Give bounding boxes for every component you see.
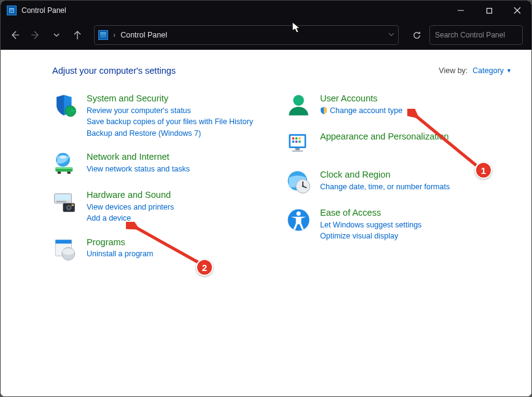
category-programs: Programs Uninstall a program [52,237,261,262]
page-title: Adjust your computer's settings [52,66,176,76]
address-path: Control Panel [120,31,167,39]
category-appearance-personalization: Appearance and Personalization [286,131,488,157]
category-title[interactable]: Clock and Region [320,169,450,181]
svg-rect-36 [292,141,295,143]
chevron-down-icon: ▼ [506,68,512,74]
svg-rect-16 [68,171,71,174]
content-area: Adjust your computer's settings View by:… [1,50,531,396]
category-network-internet: Network and Internet View network status… [52,151,261,177]
svg-rect-25 [55,240,71,243]
window-title: Control Panel [22,6,66,15]
programs-icon [52,237,78,262]
search-input[interactable] [435,31,527,39]
svg-rect-32 [292,151,303,152]
category-hardware-sound: Hardware and Sound View devices and prin… [52,189,261,224]
chevron-right-icon: › [113,31,115,39]
svg-rect-33 [292,138,295,140]
svg-point-27 [63,248,74,255]
category-link[interactable]: View network status and tasks [87,164,190,175]
view-by-value: Category [472,66,504,75]
svg-point-28 [293,95,304,106]
category-link[interactable]: Change account type [320,106,402,117]
network-internet-icon [52,151,78,177]
minimize-button[interactable] [447,1,475,20]
category-title[interactable]: User Accounts [320,93,402,105]
up-button[interactable] [68,26,87,44]
window: Control Panel › Control Panel Adjust you… [0,0,532,397]
view-by-label: View by: [439,66,467,75]
category-link[interactable]: Backup and Restore (Windows 7) [87,128,253,140]
address-bar[interactable]: › Control Panel [94,25,399,45]
category-link[interactable]: Add a device [87,213,174,224]
svg-rect-34 [295,138,298,140]
category-link[interactable]: Review your computer's status [87,106,253,117]
user-accounts-icon [286,93,311,119]
category-link[interactable]: Save backup copies of your files with Fi… [87,117,253,128]
navbar: › Control Panel [1,20,531,50]
clock-region-icon [286,169,311,195]
category-title[interactable]: Appearance and Personalization [320,131,449,143]
svg-rect-37 [295,141,298,143]
category-clock-region: Clock and Region Change date, time, or n… [286,169,488,195]
control-panel-icon [7,6,17,15]
appearance-personalization-icon [286,131,311,157]
svg-point-22 [68,206,70,209]
search-box[interactable] [429,25,523,45]
svg-rect-1 [487,8,491,13]
maximize-button[interactable] [475,1,503,20]
category-link[interactable]: Change date, time, or number formats [320,182,450,193]
category-ease-of-access: Ease of Access Let Windows suggest setti… [286,207,488,242]
category-link[interactable]: Let Windows suggest settings [320,220,421,231]
svg-rect-38 [299,141,301,143]
forward-button[interactable] [26,26,45,44]
view-by-dropdown[interactable]: Category ▼ [472,66,512,75]
category-link[interactable]: View devices and printers [87,202,174,213]
svg-point-43 [302,186,304,187]
svg-rect-31 [295,148,300,151]
svg-rect-14 [55,167,72,169]
svg-point-12 [60,155,66,159]
ease-of-access-icon [286,207,311,233]
categories-left-column: System and Security Review your computer… [52,93,261,262]
category-system-security: System and Security Review your computer… [52,93,261,139]
titlebar: Control Panel [1,1,531,20]
system-security-icon [52,93,78,119]
chevron-down-icon[interactable] [388,31,394,39]
category-title[interactable]: Hardware and Sound [87,189,174,202]
svg-rect-23 [72,205,74,206]
category-link-text: Change account type [330,106,402,117]
category-title[interactable]: Ease of Access [320,207,421,219]
category-user-accounts: User Accounts Change account type [286,93,488,119]
svg-point-45 [297,211,301,216]
svg-rect-15 [58,171,61,174]
uac-shield-icon [320,107,327,114]
view-by: View by: Category ▼ [439,66,512,75]
category-title[interactable]: Network and Internet [87,151,190,163]
category-link[interactable]: Uninstall a program [87,249,153,260]
hardware-sound-icon [52,189,78,215]
close-button[interactable] [503,1,531,20]
back-button[interactable] [6,26,24,44]
category-title[interactable]: System and Security [87,93,253,105]
category-title[interactable]: Programs [87,237,153,249]
recent-locations-button[interactable] [47,26,66,44]
category-link[interactable]: Optimize visual display [320,231,421,242]
svg-rect-35 [299,138,301,140]
refresh-button[interactable] [406,25,427,45]
svg-rect-18 [55,195,71,200]
svg-rect-19 [57,201,66,202]
control-panel-mini-icon [98,30,108,40]
categories-right-column: User Accounts Change account type Appear… [286,93,488,262]
